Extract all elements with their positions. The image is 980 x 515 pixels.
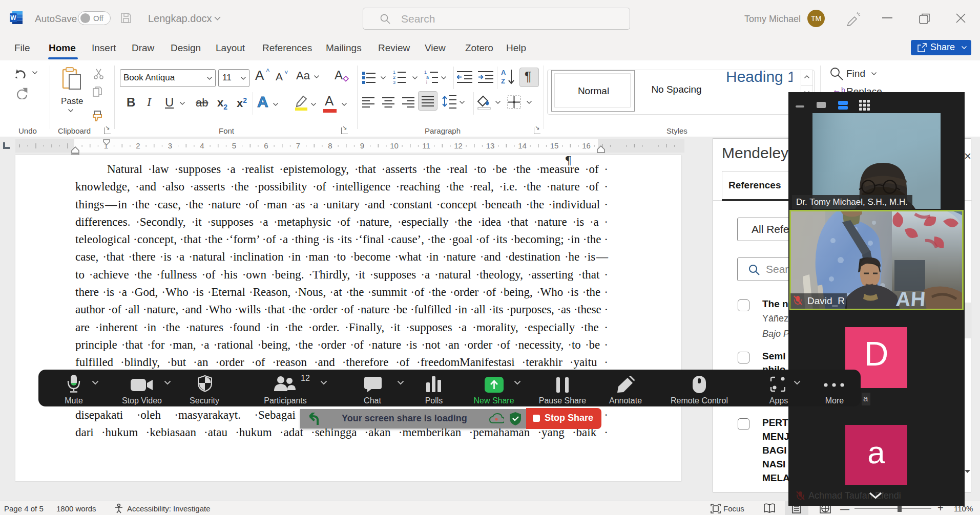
svg-text:8: 8 [328,141,332,150]
svg-text:3: 3 [168,141,172,150]
svg-text:W: W [10,14,16,22]
svg-text:10: 10 [390,141,399,150]
svg-text:i: i [426,80,427,85]
svg-text:2: 2 [393,75,395,80]
svg-text:5: 5 [232,141,236,150]
svg-text:12: 12 [454,141,463,150]
svg-text:6: 6 [264,141,268,150]
svg-text:14: 14 [518,141,527,150]
svg-text:Z: Z [501,77,505,85]
svg-text:7: 7 [296,141,300,150]
svg-text:A: A [501,69,506,76]
svg-text:16: 16 [582,141,591,150]
svg-text:1: 1 [393,70,395,75]
svg-text:15: 15 [550,141,559,150]
svg-text:4: 4 [200,141,204,150]
svg-text:9: 9 [360,141,364,150]
svg-text:2: 2 [136,141,140,150]
svg-text:a: a [426,75,429,80]
svg-text:AH: AH [895,288,926,310]
svg-text:11: 11 [422,141,430,150]
svg-text:13: 13 [486,141,495,150]
svg-text:1: 1 [424,70,427,75]
svg-text:3: 3 [393,80,395,85]
